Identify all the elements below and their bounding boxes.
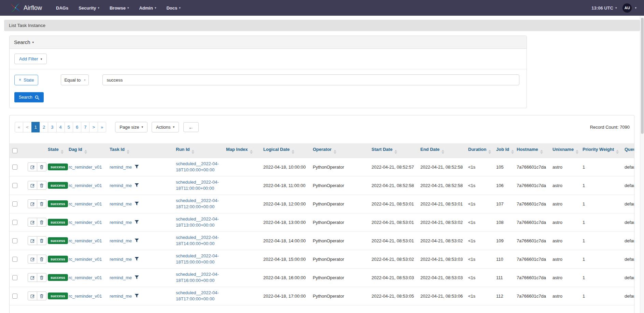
row-checkbox[interactable] <box>12 275 17 280</box>
filter-icon[interactable] <box>135 220 139 224</box>
column-sort-link[interactable]: End Date <box>420 147 439 152</box>
page-button-4[interactable]: 4 <box>56 122 65 132</box>
page-button-last-page[interactable]: » <box>98 122 106 132</box>
run-id-link[interactable]: scheduled__2022-04-18T17:00:00+00:00 <box>176 290 219 301</box>
dag-id-link[interactable]: rc_reminder_v01 <box>69 220 102 225</box>
task-id-link[interactable]: remind_me <box>110 275 132 280</box>
page-button-next-page[interactable]: > <box>89 122 98 132</box>
row-checkbox[interactable] <box>12 294 17 299</box>
edit-record-button[interactable] <box>28 181 37 190</box>
column-sort-link[interactable]: Logical Date <box>263 147 290 152</box>
sort-icon[interactable] <box>576 150 578 154</box>
row-checkbox[interactable] <box>12 238 17 243</box>
column-sort-link[interactable]: Priority Weight <box>583 147 614 152</box>
column-sort-link[interactable]: Run Id <box>176 147 190 152</box>
column-sort-link[interactable]: Hostname <box>517 147 538 152</box>
dag-id-link[interactable]: rc_reminder_v01 <box>69 257 102 262</box>
remove-filter-icon[interactable]: × <box>19 77 21 82</box>
filter-icon[interactable] <box>135 257 139 261</box>
back-button[interactable]: ← <box>183 122 199 132</box>
task-id-link[interactable]: remind_me <box>110 183 132 188</box>
sort-icon[interactable] <box>511 150 514 154</box>
delete-record-button[interactable] <box>37 236 46 245</box>
sort-icon[interactable] <box>61 150 64 154</box>
delete-record-button[interactable] <box>37 199 46 208</box>
nav-item-browse[interactable]: Browse▾ <box>104 5 134 11</box>
task-id-link[interactable]: remind_me <box>110 165 132 170</box>
filter-icon[interactable] <box>135 294 139 298</box>
filter-value-input[interactable] <box>102 74 519 85</box>
sort-icon[interactable] <box>192 150 194 154</box>
task-id-link[interactable]: remind_me <box>110 294 132 299</box>
dag-id-link[interactable]: rc_reminder_v01 <box>69 201 102 207</box>
row-checkbox[interactable] <box>12 183 17 188</box>
page-button-prev-page[interactable]: < <box>23 122 32 132</box>
vertical-scrollbar[interactable] <box>640 16 644 313</box>
filter-icon[interactable] <box>135 183 139 187</box>
add-filter-button[interactable]: Add Filter ▾ <box>14 54 47 64</box>
delete-record-button[interactable] <box>37 181 46 190</box>
filter-icon[interactable] <box>135 165 139 169</box>
task-id-link[interactable]: remind_me <box>110 201 132 207</box>
user-menu-caret-icon[interactable]: ▾ <box>635 6 636 10</box>
task-id-link[interactable]: remind_me <box>110 257 132 262</box>
sort-icon[interactable] <box>292 150 294 154</box>
nav-item-docs[interactable]: Docs▾ <box>161 5 185 11</box>
page-button-3[interactable]: 3 <box>48 122 56 132</box>
row-checkbox[interactable] <box>12 201 17 207</box>
column-sort-link[interactable]: Map Index <box>226 147 248 152</box>
edit-record-button[interactable] <box>28 255 37 264</box>
dag-id-link[interactable]: rc_reminder_v01 <box>69 183 102 188</box>
filter-icon[interactable] <box>135 275 139 280</box>
column-sort-link[interactable]: Task Id <box>110 147 125 152</box>
page-button-first-page[interactable]: « <box>15 122 23 132</box>
filter-icon[interactable] <box>135 238 139 243</box>
user-avatar[interactable]: AU <box>622 3 632 13</box>
dag-id-link[interactable]: rc_reminder_v01 <box>69 275 102 280</box>
row-checkbox[interactable] <box>12 220 17 225</box>
edit-record-button[interactable] <box>28 273 37 282</box>
delete-record-button[interactable] <box>37 218 46 227</box>
airflow-brand[interactable]: Airflow <box>10 3 42 13</box>
filter-icon[interactable] <box>135 201 139 206</box>
page-button-5[interactable]: 5 <box>65 122 73 132</box>
page-button-6[interactable]: 6 <box>73 122 81 132</box>
edit-record-button[interactable] <box>28 236 37 245</box>
sort-icon[interactable] <box>250 150 253 154</box>
dag-id-link[interactable]: rc_reminder_v01 <box>69 165 102 170</box>
dag-id-link[interactable]: rc_reminder_v01 <box>69 238 102 243</box>
row-checkbox[interactable] <box>12 165 17 170</box>
dag-id-link[interactable]: rc_reminder_v01 <box>69 294 102 299</box>
column-sort-link[interactable]: Unixname <box>552 147 574 152</box>
sort-icon[interactable] <box>540 150 543 154</box>
search-panel-header[interactable]: Search ▾ <box>10 36 527 49</box>
sort-icon[interactable] <box>127 150 129 154</box>
column-sort-link[interactable]: State <box>48 147 59 152</box>
column-sort-link[interactable]: Dag Id <box>69 147 82 152</box>
nav-item-admin[interactable]: Admin▾ <box>134 5 161 11</box>
clock-dropdown[interactable]: 13:06 UTC ▾ <box>591 5 617 11</box>
run-id-link[interactable]: scheduled__2022-04-18T10:00:00+00:00 <box>176 161 219 172</box>
nav-item-dags[interactable]: DAGs <box>51 5 73 11</box>
delete-record-button[interactable] <box>37 273 46 282</box>
page-button-7[interactable]: 7 <box>81 122 89 132</box>
row-checkbox[interactable] <box>12 257 17 262</box>
task-id-link[interactable]: remind_me <box>110 238 132 243</box>
page-size-button[interactable]: Page size ▾ <box>115 122 148 132</box>
delete-record-button[interactable] <box>37 162 46 171</box>
page-button-2[interactable]: 2 <box>40 122 48 132</box>
run-id-link[interactable]: scheduled__2022-04-18T14:00:00+00:00 <box>176 235 219 246</box>
sort-icon[interactable] <box>394 150 397 154</box>
search-button[interactable]: Search <box>14 92 44 102</box>
edit-record-button[interactable] <box>28 199 37 208</box>
run-id-link[interactable]: scheduled__2022-04-18T13:00:00+00:00 <box>176 216 219 228</box>
sort-icon[interactable] <box>334 150 336 154</box>
column-sort-link[interactable]: Operator <box>313 147 332 152</box>
page-button-1[interactable]: 1 <box>31 122 40 132</box>
run-id-link[interactable]: scheduled__2022-04-18T12:00:00+00:00 <box>176 198 219 209</box>
sort-icon[interactable] <box>488 150 491 154</box>
edit-record-button[interactable] <box>28 218 37 227</box>
run-id-link[interactable]: scheduled__2022-04-18T15:00:00+00:00 <box>176 253 219 265</box>
run-id-link[interactable]: scheduled__2022-04-18T16:00:00+00:00 <box>176 272 219 283</box>
delete-record-button[interactable] <box>37 255 46 264</box>
